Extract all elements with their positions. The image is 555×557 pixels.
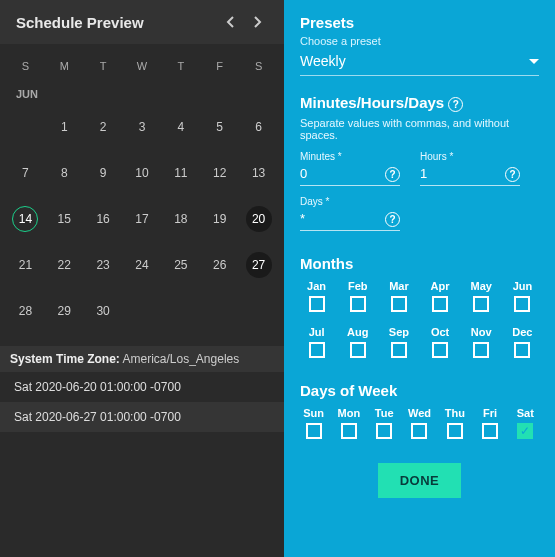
calendar-cell[interactable]: 20 (239, 196, 278, 242)
month-checkbox[interactable] (350, 296, 366, 312)
calendar-cell[interactable]: 27 (239, 242, 278, 288)
month-checkbox[interactable] (350, 342, 366, 358)
calendar-cell[interactable]: 24 (123, 242, 162, 288)
calendar-cell[interactable]: 26 (200, 242, 239, 288)
help-icon[interactable]: ? (385, 212, 400, 227)
calendar-cell[interactable]: 14 (6, 196, 45, 242)
calendar-cell[interactable]: 13 (239, 150, 278, 196)
preset-select[interactable]: Weekly (300, 49, 539, 76)
dow-checkbox[interactable] (411, 423, 427, 439)
calendar-cell[interactable]: 23 (84, 242, 123, 288)
month-option: Mar (382, 280, 415, 320)
dow-label: Sun (300, 407, 327, 419)
month-label: May (465, 280, 498, 292)
dow-option: Thu (441, 407, 468, 447)
calendar-cell[interactable]: 4 (161, 104, 200, 150)
done-button[interactable]: DONE (378, 463, 462, 498)
minutes-label: Minutes * (300, 151, 400, 162)
month-checkbox[interactable] (391, 296, 407, 312)
calendar-cell[interactable]: 6 (239, 104, 278, 150)
calendar-cell[interactable]: 1 (45, 104, 84, 150)
calendar-cell[interactable]: 21 (6, 242, 45, 288)
month-checkbox[interactable] (473, 296, 489, 312)
calendar-cell[interactable]: 8 (45, 150, 84, 196)
calendar-cell[interactable]: 18 (161, 196, 200, 242)
calendar-cell[interactable]: 28 (6, 288, 45, 334)
dow-label: Thu (441, 407, 468, 419)
calendar-day-headers: SMTWTFS (6, 52, 278, 80)
calendar-row: 14151617181920 (6, 196, 278, 242)
help-icon[interactable]: ? (505, 167, 520, 182)
calendar-day-header: F (200, 52, 239, 80)
calendar-day-header: M (45, 52, 84, 80)
calendar-day-header: T (161, 52, 200, 80)
dow-title: Days of Week (300, 382, 539, 399)
month-label: Mar (382, 280, 415, 292)
next-month-button[interactable] (248, 12, 268, 32)
calendar-cell[interactable]: 16 (84, 196, 123, 242)
dow-option: Mon (335, 407, 362, 447)
month-checkbox[interactable] (514, 342, 530, 358)
month-checkbox[interactable] (432, 342, 448, 358)
help-icon[interactable]: ? (385, 167, 400, 182)
calendar-cell[interactable]: 2 (84, 104, 123, 150)
month-label: Aug (341, 326, 374, 338)
schedule-item: Sat 2020-06-27 01:00:00 -0700 (0, 402, 284, 432)
dow-checkbox[interactable] (376, 423, 392, 439)
month-checkbox[interactable] (432, 296, 448, 312)
schedule-preview-panel: Schedule Preview SMTWTFS JUN 12345678910… (0, 0, 284, 557)
calendar-cell[interactable]: 12 (200, 150, 239, 196)
calendar-day-header: S (6, 52, 45, 80)
dow-option: Sat✓ (512, 407, 539, 447)
calendar-day-header: W (123, 52, 162, 80)
month-label: Nov (465, 326, 498, 338)
calendar-cell[interactable]: 7 (6, 150, 45, 196)
dow-checkbox[interactable] (447, 423, 463, 439)
calendar-cell[interactable]: 15 (45, 196, 84, 242)
month-checkbox[interactable] (391, 342, 407, 358)
dow-label: Sat (512, 407, 539, 419)
preview-header: Schedule Preview (0, 0, 284, 44)
month-option: Feb (341, 280, 374, 320)
timezone-label: System Time Zone: (10, 352, 120, 366)
calendar-cell[interactable]: 19 (200, 196, 239, 242)
month-label: Jan (300, 280, 333, 292)
help-icon[interactable]: ? (448, 97, 463, 112)
calendar-cell[interactable]: 17 (123, 196, 162, 242)
calendar-cell[interactable]: 9 (84, 150, 123, 196)
month-checkbox[interactable] (309, 342, 325, 358)
calendar-cell (200, 288, 239, 334)
calendar-cell[interactable]: 30 (84, 288, 123, 334)
hours-label: Hours * (420, 151, 520, 162)
dow-checkbox[interactable]: ✓ (517, 423, 533, 439)
calendar-cell[interactable]: 25 (161, 242, 200, 288)
calendar-cell[interactable]: 29 (45, 288, 84, 334)
timezone-row: System Time Zone: America/Los_Angeles (0, 346, 284, 372)
month-label: Feb (341, 280, 374, 292)
months-title: Months (300, 255, 539, 272)
dow-grid: SunMonTueWedThuFriSat✓ (300, 407, 539, 447)
dow-checkbox[interactable] (341, 423, 357, 439)
month-option: Jan (300, 280, 333, 320)
preset-value: Weekly (300, 53, 346, 69)
dow-checkbox[interactable] (482, 423, 498, 439)
calendar-month-label: JUN (6, 80, 278, 104)
month-checkbox[interactable] (309, 296, 325, 312)
calendar-cell[interactable]: 5 (200, 104, 239, 150)
month-label: Jul (300, 326, 333, 338)
calendar-day-header: T (84, 52, 123, 80)
month-label: Dec (506, 326, 539, 338)
calendar-cell[interactable]: 3 (123, 104, 162, 150)
dropdown-icon (529, 59, 539, 64)
presets-title: Presets (300, 14, 539, 31)
month-checkbox[interactable] (473, 342, 489, 358)
prev-month-button[interactable] (220, 12, 240, 32)
month-option: Jun (506, 280, 539, 320)
dow-checkbox[interactable] (306, 423, 322, 439)
calendar-cell[interactable]: 11 (161, 150, 200, 196)
calendar-row: 123456 (6, 104, 278, 150)
calendar-cell[interactable]: 10 (123, 150, 162, 196)
calendar-row: 78910111213 (6, 150, 278, 196)
calendar-cell[interactable]: 22 (45, 242, 84, 288)
month-checkbox[interactable] (514, 296, 530, 312)
